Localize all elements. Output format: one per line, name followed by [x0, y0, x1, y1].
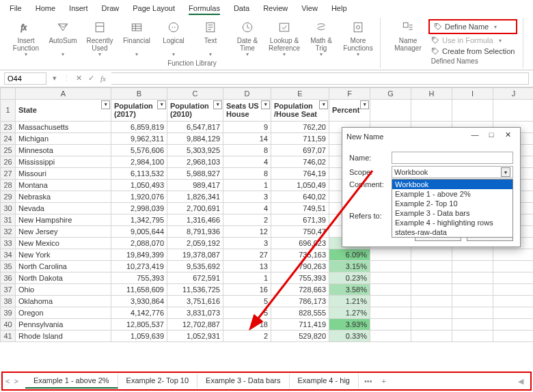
col-F[interactable]: F [329, 87, 370, 99]
row-1[interactable]: 1 [1, 99, 16, 121]
insert-function-button[interactable]: fxInsert Function▾ [10, 19, 42, 58]
row-38[interactable]: 38 [1, 295, 16, 307]
col-J[interactable]: J [493, 87, 534, 99]
dialog-titlebar[interactable]: New Name — □ ✕ [342, 128, 520, 145]
name-manager-button[interactable]: Name Manager [392, 19, 424, 52]
row-33[interactable]: 33 [1, 237, 16, 249]
filter-A-button[interactable]: ▾ [101, 100, 110, 109]
col-B[interactable]: B [111, 87, 167, 99]
financial-icon [128, 19, 145, 36]
autosum-button[interactable]: AutoSum▾ [46, 19, 79, 58]
cancel-entry-button[interactable]: ✕ [74, 74, 83, 83]
row-31[interactable]: 31 [1, 214, 16, 225]
minimize-button[interactable]: — [467, 130, 483, 143]
row-41[interactable]: 41 [1, 330, 16, 341]
sheet-tab-3[interactable]: Example 4 - hig [290, 374, 359, 389]
scope-option-5[interactable]: states-raw-data [392, 227, 512, 237]
maximize-button[interactable]: □ [483, 130, 500, 143]
header-E: Population /House Seat▾ [271, 99, 329, 121]
name-box-dropdown[interactable]: ▾ [51, 74, 59, 83]
row-30[interactable]: 30 [1, 202, 16, 214]
close-button[interactable]: ✕ [500, 130, 516, 143]
filter-B-button[interactable]: ▾ [157, 100, 166, 109]
date-time-button[interactable]: Date & Time▾ [231, 19, 264, 58]
col-E[interactable]: E [271, 87, 329, 99]
sheet-tab-1[interactable]: Example 2- Top 10 [118, 374, 198, 389]
row-23[interactable]: 23 [1, 121, 16, 132]
sheet-nav[interactable]: < > [5, 377, 18, 385]
menu-data[interactable]: Data [227, 1, 256, 15]
sheet-tab-0[interactable]: Example 1 - above 2% [25, 374, 118, 389]
menu-home[interactable]: Home [29, 1, 62, 15]
select-all[interactable] [1, 87, 16, 99]
scope-option-2[interactable]: Example 2- Top 10 [392, 199, 512, 208]
fx-button[interactable]: fx [99, 74, 107, 83]
col-G[interactable]: G [370, 87, 411, 99]
sheet-tab-2[interactable]: Example 3 - Data bars [197, 374, 289, 389]
col-C[interactable]: C [167, 87, 223, 99]
name-box[interactable] [4, 72, 46, 85]
math-trig-button[interactable]: Math & Trig▾ [305, 19, 338, 58]
col-H[interactable]: H [411, 87, 452, 99]
row-39[interactable]: 39 [1, 307, 16, 318]
recently-used-button[interactable]: Recently Used▾ [83, 19, 116, 58]
menu-review[interactable]: Review [256, 1, 295, 15]
enter-button[interactable]: ✓ [87, 74, 95, 83]
name-input[interactable] [392, 152, 513, 164]
sheet-more-button[interactable]: ••• [361, 377, 375, 385]
use-in-formula-button[interactable]: Use in Formula▾ [428, 36, 517, 45]
row-36[interactable]: 36 [1, 272, 16, 283]
menu-draw[interactable]: Draw [95, 1, 126, 15]
col-A[interactable]: A [16, 87, 111, 99]
row-29[interactable]: 29 [1, 191, 16, 202]
sheet-add-button[interactable]: + [378, 377, 390, 385]
row-28[interactable]: 28 [1, 179, 16, 191]
menu-view[interactable]: View [295, 1, 325, 15]
scope-option-0[interactable]: Workbook [392, 180, 512, 189]
scope-value: Workbook [394, 168, 501, 176]
scope-caret-icon[interactable]: ▾ [501, 167, 510, 177]
row-26[interactable]: 26 [1, 156, 16, 167]
menu-formulas[interactable]: Formulas [182, 1, 227, 15]
col-D[interactable]: D [223, 87, 271, 99]
text-button[interactable]: Text▾ [194, 19, 227, 58]
menu-insert[interactable]: Insert [62, 1, 95, 15]
logical-button[interactable]: Logical▾ [157, 19, 190, 58]
formula-input[interactable] [111, 72, 529, 85]
filter-C-button[interactable]: ▾ [213, 100, 222, 109]
sheet-next-icon[interactable]: > [14, 377, 18, 385]
row-37[interactable]: 37 [1, 283, 16, 295]
svg-text:fx: fx [21, 23, 27, 32]
create-from-selection-button[interactable]: Create from Selection [428, 46, 517, 56]
filter-F-button[interactable]: ▾ [360, 100, 369, 109]
row-32[interactable]: 32 [1, 225, 16, 237]
scope-option-4[interactable]: Example 4 - highlighting rows [392, 218, 512, 227]
scroll-left-icon[interactable]: ◀ [518, 377, 523, 386]
lookup-reference-button[interactable]: Lookup & Reference▾ [268, 19, 301, 58]
date-time-icon [239, 19, 256, 36]
more-functions-icon [350, 19, 366, 36]
table-row: 40Pennsylvania12,805,53712,702,88718711,… [1, 318, 534, 330]
sheet-prev-icon[interactable]: < [5, 377, 10, 385]
financial-button[interactable]: Financial▾ [120, 19, 153, 58]
more-functions-button[interactable]: More Functions▾ [342, 19, 374, 58]
filter-E-button[interactable]: ▾ [319, 100, 328, 109]
row-27[interactable]: 27 [1, 167, 16, 179]
row-40[interactable]: 40 [1, 318, 16, 330]
scope-label: Scope: [349, 168, 387, 176]
row-25[interactable]: 25 [1, 144, 16, 156]
row-24[interactable]: 24 [1, 132, 16, 144]
menu-file[interactable]: File [3, 1, 29, 15]
scope-dropdown[interactable]: WorkbookExample 1 - above 2%Example 2- T… [392, 179, 513, 238]
scope-option-3[interactable]: Example 3 - Data bars [392, 208, 512, 218]
filter-D-button[interactable]: ▾ [261, 100, 270, 109]
define-name-button[interactable]: Define Name▾ [428, 19, 517, 34]
row-35[interactable]: 35 [1, 260, 16, 272]
menu-help[interactable]: Help [325, 1, 354, 15]
col-I[interactable]: I [452, 87, 493, 99]
scope-select[interactable]: Workbook ▾ WorkbookExample 1 - above 2%E… [392, 166, 513, 178]
row-34[interactable]: 34 [1, 249, 16, 260]
scope-option-1[interactable]: Example 1 - above 2% [392, 189, 512, 199]
menu-page-layout[interactable]: Page Layout [126, 1, 182, 15]
tag-icon [431, 47, 439, 55]
